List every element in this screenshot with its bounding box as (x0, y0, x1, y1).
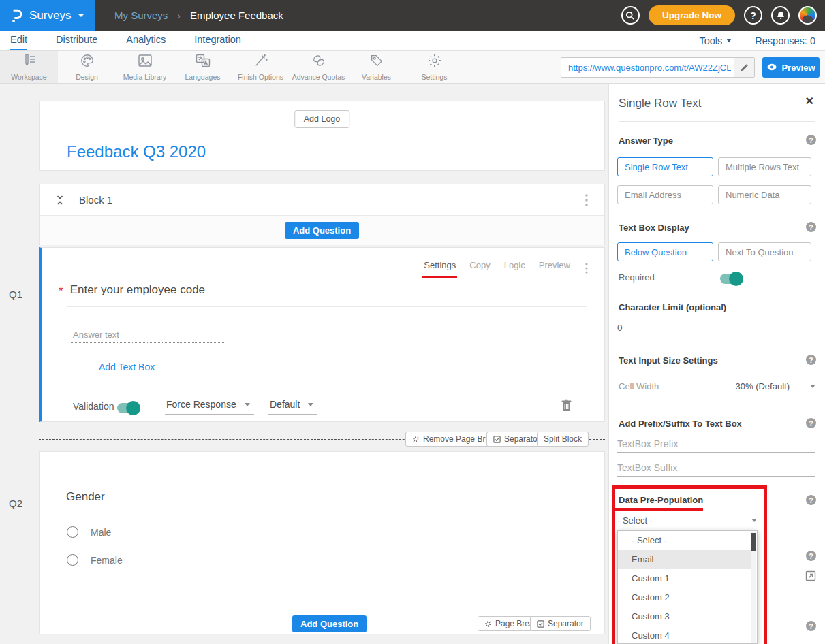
answer-type-email[interactable]: Email Address (617, 185, 713, 204)
survey-url-bar (561, 57, 755, 78)
help-icon[interactable]: ? (806, 222, 816, 232)
menu-scrollbar[interactable] (751, 532, 756, 643)
product-switcher[interactable]: Surveys (0, 0, 95, 31)
radio-button-icon[interactable] (67, 526, 78, 538)
checkbox-checked-icon (493, 436, 501, 443)
tab-settings[interactable]: Settings (424, 260, 456, 276)
answer-option-male[interactable]: Male (67, 526, 111, 538)
tab-copy[interactable]: Copy (469, 260, 490, 276)
block-menu-dots-icon[interactable] (585, 194, 588, 206)
chevron-down-icon (78, 14, 84, 17)
delete-question-trash-icon[interactable] (561, 399, 572, 415)
toolbar-languages[interactable]: Languages (174, 51, 232, 83)
add-text-box-link[interactable]: Add Text Box (99, 361, 155, 372)
eye-icon (766, 63, 777, 73)
question-menu-dots-icon[interactable] (585, 263, 588, 274)
menu-option-select[interactable]: - Select - (618, 531, 753, 550)
textbox-prefix-input[interactable] (617, 436, 815, 453)
data-pre-population-select[interactable]: - Select - (617, 515, 757, 526)
answer-text-placeholder[interactable]: Answer text (73, 329, 119, 340)
question-title-row: * Enter your employee code (59, 283, 205, 297)
add-question-button[interactable]: Add Question (292, 615, 367, 632)
tab-preview[interactable]: Preview (539, 260, 570, 276)
add-question-button[interactable]: Add Question (285, 222, 359, 239)
toolbar-label: Finish Options (238, 73, 283, 81)
menu-option-email[interactable]: Email (618, 550, 753, 569)
help-icon[interactable]: ? (806, 418, 816, 428)
add-logo-button[interactable]: Add Logo (294, 110, 350, 128)
collapse-block-icon[interactable] (56, 195, 64, 206)
toolbar-settings[interactable]: Settings (405, 51, 463, 83)
question-settings-panel: Single Row Text ✕ Answer Type ? Single R… (608, 84, 825, 644)
tab-integration[interactable]: Integration (194, 31, 241, 50)
breadcrumb-current-page: Employee Feedback (190, 10, 283, 21)
menu-option-custom-2[interactable]: Custom 2 (618, 588, 753, 607)
question-card-q2: Gender Male Female Add Question Page Bre… (39, 451, 605, 634)
tab-edit[interactable]: Edit (10, 31, 27, 50)
external-link-icon[interactable] (805, 570, 816, 584)
toolbar-design[interactable]: Design (58, 51, 116, 83)
radio-button-icon[interactable] (67, 554, 78, 566)
tab-analytics[interactable]: Analytics (126, 31, 166, 50)
cell-width-dropdown[interactable]: Cell Width 30% (Default) (619, 381, 815, 391)
split-block-button[interactable]: Split Block (537, 432, 589, 447)
validation-label: Validation (73, 401, 114, 412)
separator-button[interactable]: Separator (530, 616, 591, 631)
tab-distribute[interactable]: Distribute (56, 31, 97, 50)
answer-option-female[interactable]: Female (67, 554, 123, 566)
topbar-actions: Upgrade Now ? (621, 5, 825, 25)
menu-option-custom-1[interactable]: Custom 1 (618, 569, 753, 588)
edit-url-pencil-icon[interactable] (734, 58, 754, 77)
breadcrumb-my-surveys[interactable]: My Surveys (114, 10, 168, 21)
separator-label: Separator (548, 619, 584, 628)
character-limit-input[interactable] (617, 320, 815, 336)
help-icon[interactable]: ? (806, 551, 816, 561)
toolbar-variables[interactable]: Variables (347, 51, 405, 83)
menu-option-custom-3[interactable]: Custom 3 (618, 607, 753, 626)
tools-menu[interactable]: Tools (699, 35, 732, 46)
answer-type-numeric[interactable]: Numeric Data (718, 185, 811, 204)
prefix-suffix-label: Add Prefix/Suffix To Text Box (619, 419, 742, 429)
cell-width-label: Cell Width (619, 381, 659, 391)
survey-url-input[interactable] (561, 63, 734, 73)
toolbar-label: Variables (362, 73, 391, 81)
survey-canvas: Q1 Q2 Add Logo Feedback Q3 2020 Block 1 … (0, 84, 608, 644)
toolbar-advance-quotas[interactable]: Advance Quotas (290, 51, 347, 83)
user-avatar[interactable] (798, 6, 817, 25)
help-icon[interactable]: ? (806, 495, 816, 505)
answer-type-single-row[interactable]: Single Row Text (617, 157, 713, 176)
annotation-underline (614, 508, 703, 511)
toolbar-media-library[interactable]: Media Library (116, 51, 174, 83)
display-below-question[interactable]: Below Question (617, 242, 713, 261)
tab-logic[interactable]: Logic (504, 260, 525, 276)
force-response-dropdown[interactable]: Force Response (165, 399, 254, 415)
panel-title: Single Row Text (619, 97, 702, 110)
validation-toggle[interactable] (117, 403, 140, 413)
required-toggle[interactable] (720, 274, 743, 284)
help-icon[interactable]: ? (806, 135, 816, 145)
chevron-down-icon (308, 403, 313, 406)
menu-scrollbar-thumb[interactable] (751, 533, 756, 551)
textbox-suffix-input[interactable] (617, 460, 815, 477)
validation-default-dropdown[interactable]: Default (268, 399, 317, 415)
answer-type-multiple-rows[interactable]: Multiple Rows Text (718, 157, 811, 176)
help-icon[interactable]: ? (806, 621, 816, 631)
search-icon[interactable] (621, 6, 640, 25)
help-icon[interactable]: ? (806, 355, 816, 365)
toolbar-workspace[interactable]: Workspace (0, 51, 58, 83)
toolbar-label: Languages (185, 73, 221, 81)
display-next-to-question[interactable]: Next To Question (718, 242, 811, 261)
help-icon[interactable]: ? (744, 6, 762, 25)
upgrade-now-button[interactable]: Upgrade Now (649, 5, 735, 25)
close-icon[interactable]: ✕ (805, 96, 814, 107)
notifications-bell-icon[interactable] (771, 6, 790, 25)
menu-option-custom-4[interactable]: Custom 4 (618, 626, 753, 644)
block-title[interactable]: Block 1 (79, 194, 112, 206)
force-response-label: Force Response (166, 399, 236, 410)
preview-button[interactable]: Preview (762, 57, 820, 78)
selected-value: - Select - (617, 515, 653, 526)
survey-title[interactable]: Feedback Q3 2020 (67, 142, 206, 161)
toolbar-finish-options[interactable]: Finish Options (232, 51, 290, 83)
question-text[interactable]: Gender (66, 490, 105, 504)
question-text[interactable]: Enter your employee code (70, 283, 205, 297)
